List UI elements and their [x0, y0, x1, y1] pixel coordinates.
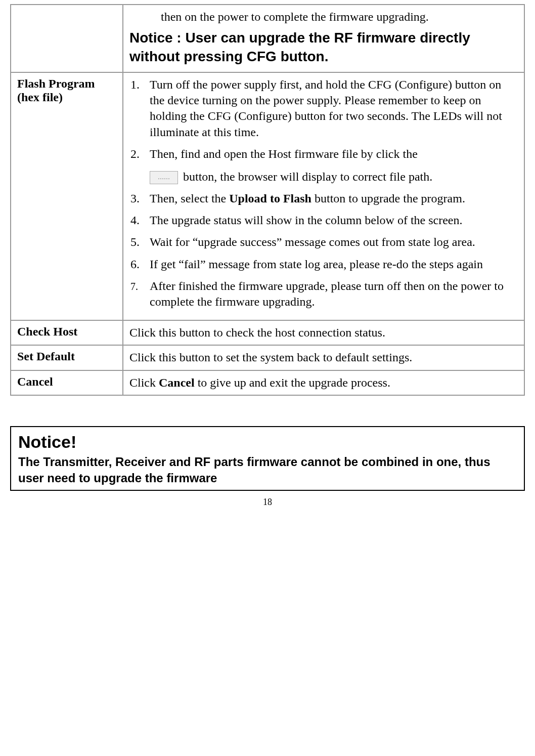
- step-6: 6.If get “fail” message from state log a…: [129, 257, 518, 272]
- notice-box: Notice! The Transmitter, Receiver and RF…: [10, 426, 525, 491]
- row1-label-empty: [11, 5, 123, 72]
- row4-content: Click this button to set the system back…: [123, 345, 524, 370]
- row3-label: Check Host: [11, 320, 123, 345]
- flash-steps-list: 1.Turn off the power supply first, and h…: [129, 77, 518, 310]
- instructions-table: then on the power to complete the firmwa…: [10, 4, 525, 396]
- notice-body: The Transmitter, Receiver and RF parts f…: [18, 454, 517, 487]
- page-number: 18: [10, 497, 525, 508]
- row1-partial-step: then on the power to complete the firmwa…: [129, 9, 518, 25]
- notice-title: Notice!: [18, 432, 517, 452]
- step-5: 5.Wait for “upgrade success” message com…: [129, 234, 518, 250]
- step-4: 4.The upgrade status will show in the co…: [129, 213, 518, 228]
- browse-button-icon[interactable]: ……: [150, 171, 178, 184]
- step-1: 1.Turn off the power supply first, and h…: [129, 77, 518, 140]
- row1-content: then on the power to complete the firmwa…: [123, 5, 524, 72]
- table-row-set-default: Set Default Click this button to set the…: [11, 345, 524, 370]
- row2-label: Flash Program (hex file): [11, 72, 123, 320]
- step-2: 2. Then, find and open the Host firmware…: [129, 146, 518, 185]
- step-3: 3. Then, select the Upload to Flash butt…: [129, 191, 518, 206]
- table-row-rf-firmware: then on the power to complete the firmwa…: [11, 5, 524, 72]
- step-7: 7.After finished the firmware upgrade, p…: [129, 278, 518, 310]
- table-row-cancel: Cancel Click Cancel to give up and exit …: [11, 370, 524, 395]
- table-row-flash-program: Flash Program (hex file) 1.Turn off the …: [11, 72, 524, 320]
- table-row-check-host: Check Host Click this button to check th…: [11, 320, 524, 345]
- row5-label: Cancel: [11, 370, 123, 395]
- row4-label: Set Default: [11, 345, 123, 370]
- row1-notice: Notice : User can upgrade the RF firmwar…: [129, 29, 518, 66]
- row3-content: Click this button to check the host conn…: [123, 320, 524, 345]
- row2-content: 1.Turn off the power supply first, and h…: [123, 72, 524, 320]
- row5-content: Click Cancel to give up and exit the upg…: [123, 370, 524, 395]
